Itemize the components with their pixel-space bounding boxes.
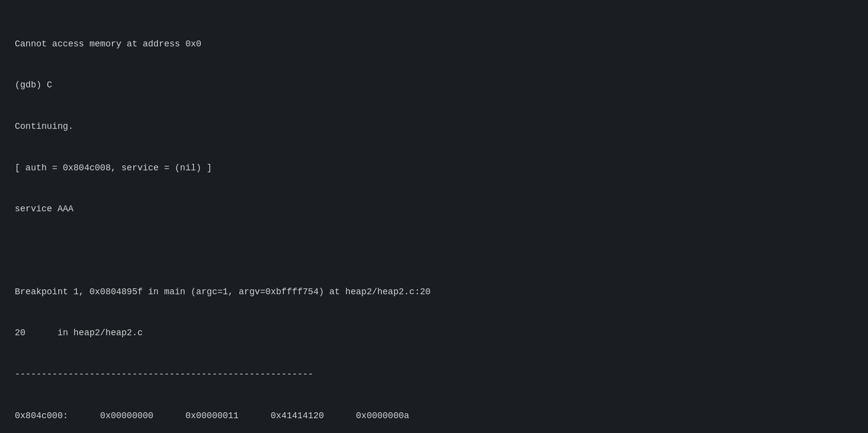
terminal-output: Cannot access memory at address 0x0 (gdb… xyxy=(15,10,853,433)
line-service-aaa: service AAA xyxy=(15,202,853,216)
line-blank1 xyxy=(15,244,853,258)
line-gdb-c: (gdb) C xyxy=(15,79,853,92)
line-continuing: Continuing. xyxy=(15,120,853,134)
line-auth-nil: [ auth = 0x804c008, service = (nil) ] xyxy=(15,161,853,175)
line-cannot-access: Cannot access memory at address 0x0 xyxy=(15,38,853,51)
line-breakpoint: Breakpoint 1, 0x0804895f in main (argc=1… xyxy=(15,285,853,299)
line-sep1: ----------------------------------------… xyxy=(15,368,853,382)
line-20-in-heap2: 20 in heap2/heap2.c xyxy=(15,326,853,340)
line-mem-000: 0x804c000: 0x00000000 0x00000011 0x41414… xyxy=(15,409,853,423)
